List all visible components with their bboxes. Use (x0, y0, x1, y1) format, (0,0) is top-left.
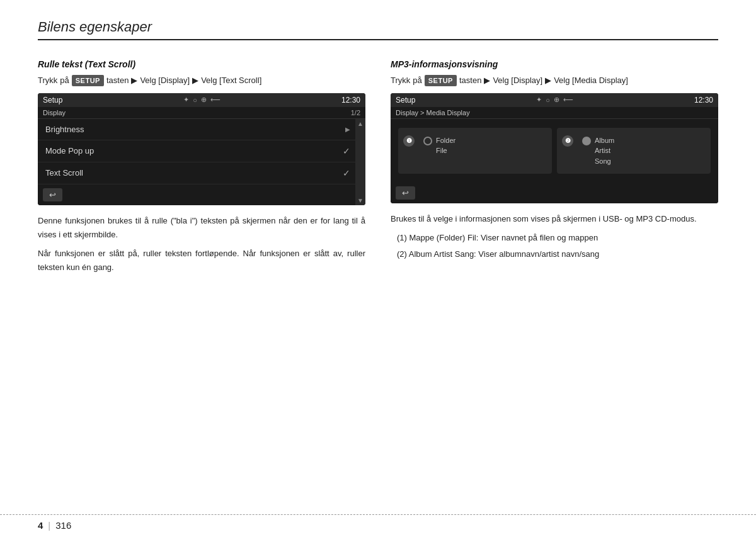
left-screen-icons: ✦ ○ ⊕ ⟵ (183, 96, 220, 104)
right-column: MP3-informasjonsvisning Trykk på SETUP t… (391, 59, 718, 279)
menu-item-brightness[interactable]: Brightness ▶ (38, 119, 355, 140)
left-back-button[interactable]: ↩ (43, 188, 62, 201)
brightness-label: Brightness (45, 125, 340, 134)
instr-velg2-l: Velg [Text Scroll] (201, 74, 261, 87)
mp3-option-folder[interactable]: ❶ Folder File (398, 128, 552, 174)
brightness-arrow: ▶ (345, 126, 350, 133)
instr-paa-r: på (413, 74, 421, 87)
song-label: Song (595, 156, 614, 167)
instr-trykk-r: Trykk (391, 74, 410, 87)
right-instruction: Trykk på SETUP tasten▶ Velg [Display]▶ V… (391, 74, 718, 87)
main-columns: Rulle tekst (Text Scroll) Trykk på SETUP… (38, 59, 718, 279)
right-screen-icons: ✦ ○ ⊕ ⟵ (536, 96, 573, 104)
option-number-1: ❶ (403, 135, 415, 147)
list-item-2: (2) Album Artist Sang: Viser albumnavn/a… (397, 247, 718, 261)
folder-label: Folder (436, 135, 455, 146)
back-icon-r: ⟵ (563, 96, 573, 104)
left-screen-titlebar: Setup ✦ ○ ⊕ ⟵ 12:30 (38, 93, 365, 107)
left-column: Rulle tekst (Text Scroll) Trykk på SETUP… (38, 59, 365, 279)
scroll-down-icon[interactable]: ▼ (357, 197, 364, 204)
album-label: Album (595, 135, 614, 146)
file-label: File (436, 145, 455, 156)
instr-tasten-l: tasten (106, 74, 129, 87)
right-list: (1) Mappe (Folder) Fil: Viser navnet på … (397, 231, 718, 261)
instr-velg-l: Velg [Display] (140, 74, 190, 87)
instr-trykk-l: Trykk (38, 74, 57, 87)
page-indicator-left: 1/2 (351, 109, 360, 116)
right-screen-time: 12:30 (694, 96, 713, 104)
page-footer: 4 | 316 (0, 514, 756, 536)
setup-badge-right: SETUP (425, 75, 457, 87)
right-device-screen: Setup ✦ ○ ⊕ ⟵ 12:30 Display > Media Disp… (391, 93, 718, 204)
list-item-1: (1) Mappe (Folder) Fil: Viser navnet på … (397, 231, 718, 245)
right-back-row: ↩ (391, 183, 718, 203)
right-description: Brukes til å velge i informasjonen som v… (391, 212, 718, 226)
page-container: Bilens egenskaper Rulle tekst (Text Scro… (0, 0, 756, 305)
instr-arrow1-l: ▶ (131, 74, 137, 87)
left-instruction: Trykk på SETUP tasten▶ Velg [Display]▶ V… (38, 74, 365, 87)
setup-badge-left: SETUP (72, 75, 104, 87)
left-screen-time: 12:30 (341, 96, 360, 104)
text-scroll-check: ✓ (343, 168, 350, 178)
page-header: Bilens egenskaper (38, 19, 718, 40)
signal-icon: ○ (193, 96, 197, 104)
artist-label: Artist (595, 145, 614, 156)
option-text-2: Album Artist Song (595, 135, 614, 167)
option-radio-1[interactable] (423, 137, 432, 145)
instr-paa-l: på (60, 74, 69, 87)
header-line (38, 39, 718, 40)
instr-tasten-r: tasten (459, 74, 481, 87)
back-icon: ⟵ (210, 96, 220, 104)
phone-icon: ⊕ (201, 96, 207, 104)
left-back-row: ↩ (38, 184, 355, 205)
instr-velg-r: Velg [Display] (493, 74, 542, 87)
mode-popup-check: ✓ (343, 146, 350, 156)
footer-separator: | (48, 520, 50, 531)
right-section-heading: MP3-informasjonsvisning (391, 59, 718, 69)
option-text-1: Folder File (436, 135, 455, 156)
right-screen-breadcrumb: Display > Media Display (391, 107, 718, 119)
left-device-screen: Setup ✦ ○ ⊕ ⟵ 12:30 Display 1/2 (38, 93, 365, 205)
left-screen-title: Setup (43, 96, 62, 104)
left-description-2: Når funksjonen er slått på, ruller tekst… (38, 247, 365, 274)
footer-chapter: 4 (38, 520, 43, 531)
page-title: Bilens egenskaper (38, 19, 718, 35)
option-number-2: ❷ (562, 135, 573, 147)
right-back-button[interactable]: ↩ (396, 186, 415, 200)
left-menu-list: Brightness ▶ Mode Pop up ✓ Text Scroll ✓ (38, 119, 355, 184)
left-description-1: Denne funksjonen brukes til å rulle ("bl… (38, 214, 365, 242)
left-section-heading: Rulle tekst (Text Scroll) (38, 59, 365, 69)
instr-velg2-r: Velg [Media Display] (554, 74, 628, 87)
left-screen-breadcrumb: Display 1/2 (38, 107, 365, 119)
bluetooth-icon-r: ✦ (536, 96, 542, 104)
option-radio-2[interactable] (582, 137, 591, 145)
instr-arrow2-r: ▶ (545, 74, 551, 87)
left-menu-main: Brightness ▶ Mode Pop up ✓ Text Scroll ✓ (38, 119, 355, 205)
right-screen-titlebar: Setup ✦ ○ ⊕ ⟵ 12:30 (391, 93, 718, 107)
mp3-option-album[interactable]: ❷ Album Artist Song (557, 128, 711, 174)
mp3-options-container: ❶ Folder File ❷ (391, 119, 718, 183)
menu-item-mode-popup[interactable]: Mode Pop up ✓ (38, 140, 355, 162)
scroll-up-icon[interactable]: ▲ (357, 120, 364, 127)
menu-item-text-scroll[interactable]: Text Scroll ✓ (38, 162, 355, 184)
phone-icon-r: ⊕ (554, 96, 559, 104)
instr-arrow2-l: ▶ (192, 74, 198, 87)
right-screen-title: Setup (396, 96, 415, 104)
footer-page: 316 (55, 520, 71, 531)
signal-icon-r: ○ (546, 96, 550, 104)
left-scrollbar[interactable]: ▲ ▼ (355, 119, 365, 205)
left-screen-body: Brightness ▶ Mode Pop up ✓ Text Scroll ✓ (38, 119, 365, 205)
text-scroll-label: Text Scroll (45, 168, 343, 178)
bluetooth-icon: ✦ (183, 96, 189, 104)
instr-arrow1-r: ▶ (484, 74, 490, 87)
mode-popup-label: Mode Pop up (45, 146, 343, 155)
